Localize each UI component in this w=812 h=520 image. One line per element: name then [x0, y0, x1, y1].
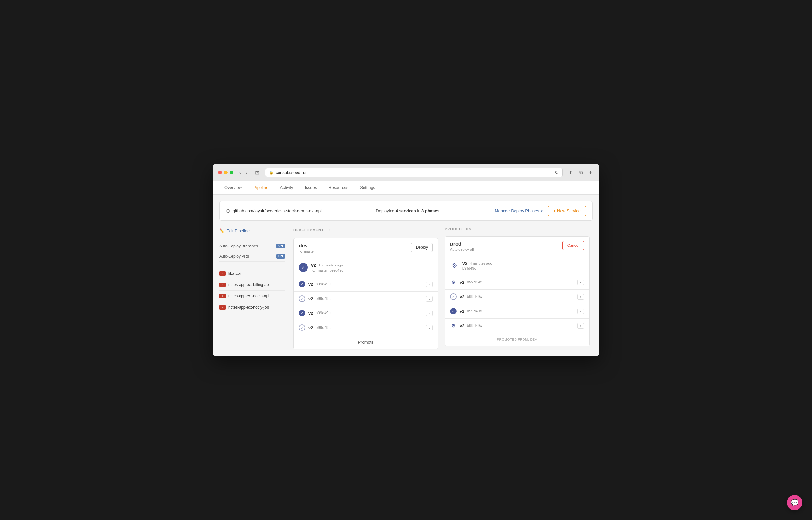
dev-promote-button[interactable]: Promote — [294, 335, 438, 349]
sidebar-item-notify-job[interactable]: ≡ notes-app-ext-notify-job — [219, 302, 285, 313]
development-header: DEVELOPMENT → — [293, 227, 438, 233]
new-service-button[interactable]: + New Service — [548, 206, 586, 216]
tab-activity[interactable]: Activity — [275, 181, 298, 194]
maximize-traffic-light[interactable] — [230, 171, 233, 175]
top-bar-actions: Manage Deploy Phases > + New Service — [495, 206, 586, 216]
browser-window: ‹ › ⊡ 🔒 console.seed.run ↻ ⬆ ⧉ + Overvie… — [213, 164, 599, 356]
dev-summary-version: v2 15 minutes ago — [311, 263, 433, 268]
sidebar-item-notes-api[interactable]: ≡ notes-app-ext-notes-api — [219, 291, 285, 302]
dev-deploy-button[interactable]: Deploy — [411, 243, 433, 252]
dev-service-row-0: ✓ v2 b99d49c ∨ — [294, 277, 438, 291]
branch-icon: ⌥ — [299, 250, 303, 253]
auto-deploy-branches-badge: ON — [276, 243, 285, 249]
prod-service-1-info: v2 b99d49c — [460, 294, 574, 299]
prod-env-name: prod — [450, 241, 474, 247]
dev-service-1-check-icon: ✓ — [299, 295, 305, 302]
tab-overview[interactable]: Overview — [219, 181, 247, 194]
pipeline-layout: ✏️ Edit Pipeline Auto-Deploy Branches ON… — [219, 227, 593, 349]
dev-summary-meta: ⌥ master b99d49c — [311, 268, 433, 272]
prod-service-3-gear-icon: ⚙ — [450, 322, 457, 329]
tab-settings[interactable]: Settings — [355, 181, 380, 194]
back-button[interactable]: ‹ — [237, 169, 243, 176]
service-icon-notify-job: ≡ — [219, 305, 226, 310]
chat-bubble-button[interactable]: 💬 — [787, 495, 802, 510]
share-button[interactable]: ⬆ — [567, 169, 575, 176]
development-column: DEVELOPMENT → dev ⌥ master — [290, 227, 441, 349]
dev-service-1-chevron[interactable]: ∨ — [426, 296, 433, 302]
prod-service-3-chevron[interactable]: ∨ — [577, 323, 584, 329]
dev-service-3-chevron[interactable]: ∨ — [426, 325, 433, 331]
dev-service-0-info: v2 b99d49c — [308, 282, 423, 287]
edit-pipeline-button[interactable]: ✏️ Edit Pipeline — [219, 227, 285, 235]
prod-service-2-chevron[interactable]: ∨ — [577, 309, 584, 314]
dev-service-2-check-icon: ✓ — [299, 310, 305, 316]
tab-resources[interactable]: Resources — [323, 181, 354, 194]
dev-service-2-chevron[interactable]: ∨ — [426, 311, 433, 316]
tab-pipeline[interactable]: Pipeline — [248, 181, 273, 194]
pencil-icon: ✏️ — [219, 229, 224, 233]
stage-arrow: → — [327, 227, 332, 233]
forward-button[interactable]: › — [244, 169, 250, 176]
prod-service-0-chevron[interactable]: ∨ — [577, 280, 584, 285]
url-text: console.seed.run — [276, 170, 307, 175]
deploy-info: Deploying 4 services in 3 phases. — [322, 209, 495, 213]
dev-service-row-1: ✓ v2 b99d49c ∨ — [294, 291, 438, 306]
prod-auto-deploy: Auto-deploy off — [450, 248, 474, 251]
dev-env-info: dev ⌥ master — [299, 243, 315, 253]
production-column: PRODUCTION prod Auto-deploy off Cancel — [441, 227, 593, 349]
prod-service-row-2: ✓ v2 b99d49c ∨ — [445, 304, 589, 318]
dev-service-0-check-icon: ✓ — [299, 281, 305, 287]
address-bar[interactable]: 🔒 console.seed.run ↻ — [265, 168, 562, 177]
prod-service-1-chevron[interactable]: ∨ — [577, 294, 584, 300]
sidebar: ✏️ Edit Pipeline Auto-Deploy Branches ON… — [219, 227, 290, 349]
sidebar-toggle-button[interactable]: ⊡ — [253, 169, 261, 176]
prod-service-row-1: ✓ v2 b99d49c ∨ — [445, 290, 589, 304]
sidebar-services: ≡ like-api ≡ notes-app-ext-billing-api ≡… — [219, 268, 285, 313]
minimize-traffic-light[interactable] — [224, 171, 228, 175]
reload-icon[interactable]: ↻ — [555, 170, 559, 175]
prod-promoted-footer: PROMOTED FROM: dev — [445, 333, 589, 346]
close-traffic-light[interactable] — [218, 171, 222, 175]
prod-service-2-check-icon: ✓ — [450, 308, 457, 314]
pipeline-main: DEVELOPMENT → dev ⌥ master — [290, 227, 593, 349]
github-icon: ⊙ — [226, 208, 230, 214]
dev-service-row-3: ✓ v2 b99d49c ∨ — [294, 320, 438, 335]
dev-service-0-chevron[interactable]: ∨ — [426, 282, 433, 287]
prod-cancel-button[interactable]: Cancel — [562, 241, 584, 250]
repo-url: github.com/jayair/serverless-stack-demo-… — [233, 209, 322, 213]
prod-service-row-3: ⚙ v2 b99d49c ∨ — [445, 318, 589, 333]
tab-issues[interactable]: Issues — [300, 181, 322, 194]
prod-service-0-gear-icon: ⚙ — [450, 279, 457, 285]
repo-info: ⊙ github.com/jayair/serverless-stack-dem… — [226, 208, 322, 214]
browser-chrome: ‹ › ⊡ 🔒 console.seed.run ↻ ⬆ ⧉ + — [213, 164, 599, 181]
dev-service-2-info: v2 b99d49c — [308, 311, 423, 316]
dev-summary-info: v2 15 minutes ago ⌥ master b99d49c — [311, 263, 433, 272]
branch-meta-icon: ⌥ — [311, 269, 315, 272]
service-icon-billing-api: ≡ — [219, 283, 226, 287]
new-tab-button[interactable]: ⧉ — [577, 169, 585, 176]
prod-service-0-info: v2 b99d49c — [460, 280, 574, 285]
manage-deploy-phases-link[interactable]: Manage Deploy Phases > — [495, 209, 543, 213]
prod-summary-info: v2 4 minutes ago b99d49c — [462, 261, 584, 270]
dev-deploy-summary: ✓ v2 15 minutes ago ⌥ master b99d49c — [294, 258, 438, 277]
prod-summary-version: v2 4 minutes ago — [462, 261, 584, 266]
nav-arrows: ‹ › — [237, 169, 249, 176]
browser-actions: ⬆ ⧉ + — [567, 169, 594, 176]
prod-card-header: prod Auto-deploy off Cancel — [445, 236, 589, 256]
sidebar-item-billing-api[interactable]: ≡ notes-app-ext-billing-api — [219, 279, 285, 291]
prod-service-3-info: v2 b99d49c — [460, 323, 574, 328]
add-tab-button[interactable]: + — [587, 169, 594, 176]
production-card: prod Auto-deploy off Cancel ⚙ — [445, 236, 589, 346]
dev-service-row-2: ✓ v2 b99d49c ∨ — [294, 306, 438, 320]
dev-service-3-info: v2 b99d49c — [308, 325, 423, 330]
auto-deploy-branches-setting: Auto-Deploy Branches ON — [219, 241, 285, 251]
service-icon-like-api: ≡ — [219, 271, 226, 276]
sidebar-item-like-api[interactable]: ≡ like-api — [219, 268, 285, 279]
dev-summary-check-icon: ✓ — [299, 263, 308, 272]
tab-bar: Overview Pipeline Activity Issues Resour… — [213, 181, 599, 195]
top-bar: ⊙ github.com/jayair/serverless-stack-dem… — [219, 201, 593, 221]
prod-service-row-0: ⚙ v2 b99d49c ∨ — [445, 275, 589, 290]
dev-env-name: dev — [299, 243, 315, 249]
dev-branch: ⌥ master — [299, 250, 315, 253]
development-card: dev ⌥ master Deploy ✓ — [293, 238, 438, 349]
